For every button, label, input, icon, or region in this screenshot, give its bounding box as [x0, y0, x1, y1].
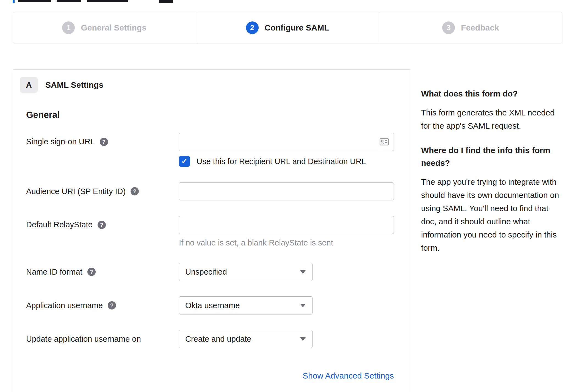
name-id-format-label: Name ID format	[26, 267, 82, 277]
sso-url-input[interactable]	[179, 133, 394, 151]
application-username-row: Application username ? Okta username	[26, 296, 398, 314]
help-question-2: Where do I find the info this form needs…	[421, 144, 565, 169]
step-number-badge: 3	[442, 21, 455, 34]
step-number-badge: 2	[246, 21, 259, 34]
name-id-format-select[interactable]: Unspecified	[179, 263, 313, 281]
relay-state-input[interactable]	[179, 216, 394, 234]
section-header: A SAML Settings	[20, 77, 398, 93]
audience-uri-label: Audience URI (SP Entity ID)	[26, 187, 126, 196]
cropped-title-fragment	[57, 0, 81, 2]
cropped-app-logo-fragment	[159, 0, 173, 3]
general-group-title: General	[26, 110, 398, 120]
audience-uri-label-wrap: Audience URI (SP Entity ID) ?	[26, 187, 179, 196]
sso-url-row: Single sign-on URL ?	[26, 133, 398, 167]
chevron-down-icon	[300, 337, 306, 341]
step-number-badge: 1	[62, 21, 75, 34]
relay-state-control: If no value is set, a blank RelayState i…	[179, 216, 398, 247]
relay-state-help-icon[interactable]: ?	[98, 221, 106, 229]
help-answer-1: This form generates the XML needed for t…	[421, 106, 565, 132]
saml-settings-panel: A SAML Settings General Single sign-on U…	[13, 69, 411, 392]
help-answer-2: The app you're trying to integrate with …	[421, 175, 565, 255]
cropped-title-fragment	[87, 0, 128, 2]
sso-url-label-wrap: Single sign-on URL ?	[26, 133, 179, 146]
relay-state-label-wrap: Default RelayState ?	[26, 216, 179, 229]
step-label: General Settings	[81, 23, 146, 32]
application-username-select[interactable]: Okta username	[179, 296, 313, 314]
application-username-value: Okta username	[185, 301, 240, 310]
cropped-title-accent	[13, 0, 15, 3]
recipient-url-checkbox-label[interactable]: Use this for Recipient URL and Destinati…	[197, 157, 366, 166]
name-id-format-row: Name ID format ? Unspecified	[26, 263, 398, 281]
sso-url-help-icon[interactable]: ?	[100, 138, 108, 146]
audience-uri-help-icon[interactable]: ?	[131, 187, 139, 195]
sso-url-control: ✓ Use this for Recipient URL and Destina…	[179, 133, 398, 167]
step-label: Feedback	[461, 23, 499, 32]
advanced-settings-wrap: Show Advanced Settings	[179, 371, 394, 380]
saml-form: Single sign-on URL ?	[26, 133, 398, 380]
show-advanced-settings-link[interactable]: Show Advanced Settings	[303, 371, 394, 380]
chevron-down-icon	[300, 304, 306, 307]
step-label: Configure SAML	[265, 23, 329, 32]
update-username-select[interactable]: Create and update	[179, 330, 313, 348]
audience-uri-control	[179, 182, 398, 200]
audience-uri-input[interactable]	[179, 182, 394, 200]
name-id-format-value: Unspecified	[185, 267, 227, 277]
step-configure-saml[interactable]: 2 Configure SAML	[196, 12, 379, 43]
audience-uri-row: Audience URI (SP Entity ID) ?	[26, 182, 398, 200]
step-feedback[interactable]: 3 Feedback	[379, 12, 562, 43]
name-id-format-control: Unspecified	[179, 263, 398, 281]
help-question-1: What does this form do?	[421, 87, 565, 100]
section-title: SAML Settings	[45, 80, 103, 90]
cropped-title-fragment	[18, 0, 51, 2]
application-username-label: Application username	[26, 301, 103, 310]
relay-state-hint: If no value is set, a blank RelayState i…	[179, 238, 398, 247]
update-username-value: Create and update	[185, 335, 251, 344]
update-username-row: Update application username on Create an…	[26, 330, 398, 348]
name-id-format-help-icon[interactable]: ?	[87, 268, 96, 276]
advanced-settings-spacer	[26, 371, 179, 380]
step-general-settings[interactable]: 1 General Settings	[13, 12, 196, 43]
relay-state-row: Default RelayState ? If no value is set,…	[26, 216, 398, 247]
update-username-control: Create and update	[179, 330, 398, 348]
help-sidebar: What does this form do? This form genera…	[421, 87, 565, 266]
sso-url-input-wrap	[179, 133, 394, 151]
recipient-url-check-row: ✓ Use this for Recipient URL and Destina…	[179, 156, 398, 167]
advanced-settings-row: Show Advanced Settings	[26, 371, 398, 380]
application-username-label-wrap: Application username ?	[26, 301, 179, 310]
relay-state-label: Default RelayState	[26, 220, 93, 229]
application-username-control: Okta username	[179, 296, 398, 314]
update-username-label-wrap: Update application username on	[26, 335, 179, 344]
update-username-label: Update application username on	[26, 335, 141, 344]
name-id-format-label-wrap: Name ID format ?	[26, 267, 179, 277]
recipient-url-checkbox[interactable]: ✓	[179, 156, 190, 167]
section-a-badge: A	[20, 77, 38, 93]
wizard-stepper: 1 General Settings 2 Configure SAML 3 Fe…	[13, 12, 562, 43]
application-username-help-icon[interactable]: ?	[108, 301, 116, 310]
chevron-down-icon	[300, 270, 306, 274]
sso-url-label: Single sign-on URL	[26, 137, 95, 146]
